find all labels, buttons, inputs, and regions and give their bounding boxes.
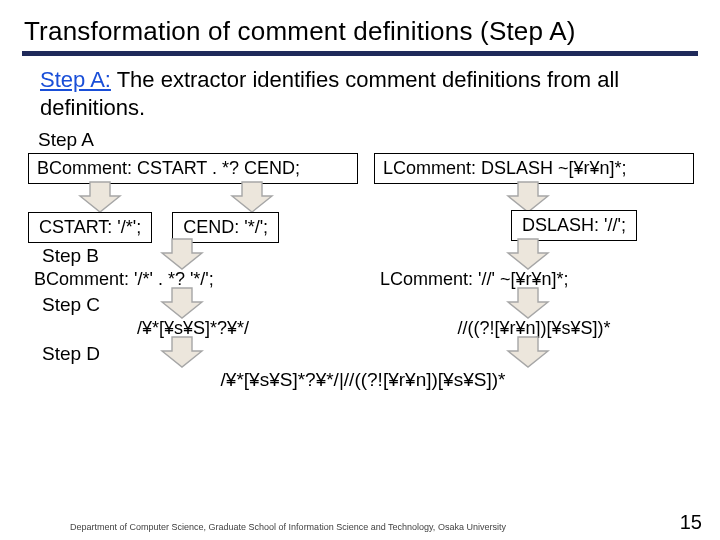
step-a-label: Step A	[38, 129, 698, 151]
footer-text: Department of Computer Science, Graduate…	[70, 522, 506, 532]
arrow-down-icon	[504, 237, 552, 271]
lead-rest: The extractor identifies comment definit…	[40, 67, 619, 120]
diagram: Step A BComment: CSTART . *? CEND; LComm…	[28, 129, 698, 393]
page-number: 15	[680, 511, 702, 534]
arrow-down-icon	[158, 237, 206, 271]
arrow-down-icon	[158, 335, 206, 369]
step-c-label: Step C	[42, 294, 100, 316]
slide: Transformation of comment definitions (S…	[0, 0, 720, 540]
step-c-arrows: Step C	[28, 290, 698, 318]
arrow-down-icon	[504, 286, 552, 320]
step-d-arrows: Step D	[28, 339, 698, 367]
step-a-row1: BComment: CSTART . *? CEND; LComment: DS…	[28, 153, 698, 184]
step-b-label: Step B	[42, 245, 99, 267]
step-a-row2: CSTART: '/*'; CEND: '*/'; DSLASH: '//';	[28, 210, 698, 243]
step-c-row: /¥*[¥s¥S]*?¥*/ //((?![¥r¥n])[¥s¥S])*	[28, 316, 698, 341]
title-rule	[22, 51, 698, 56]
arrow-down-icon	[228, 180, 276, 214]
step-a-arrows1	[28, 184, 698, 212]
arrow-down-icon	[158, 286, 206, 320]
arrow-down-icon	[76, 180, 124, 214]
slide-title: Transformation of comment definitions (S…	[24, 16, 698, 47]
step-d-label: Step D	[42, 343, 100, 365]
lead-text: Step A: The extractor identifies comment…	[40, 66, 692, 121]
arrow-down-icon	[504, 180, 552, 214]
step-d-row: /¥*[¥s¥S]*?¥*/|//((?![¥r¥n])[¥s¥S])*	[28, 367, 698, 393]
arrow-down-icon	[504, 335, 552, 369]
cstart-box: CSTART: '/*';	[28, 212, 152, 243]
regex-combined: /¥*[¥s¥S]*?¥*/|//((?![¥r¥n])[¥s¥S])*	[28, 367, 698, 393]
lead-link: Step A:	[40, 67, 111, 92]
step-b-row: BComment: '/*' . *? '*/'; LComment: '//'…	[28, 267, 698, 292]
step-b-arrows: Step B	[28, 241, 698, 269]
